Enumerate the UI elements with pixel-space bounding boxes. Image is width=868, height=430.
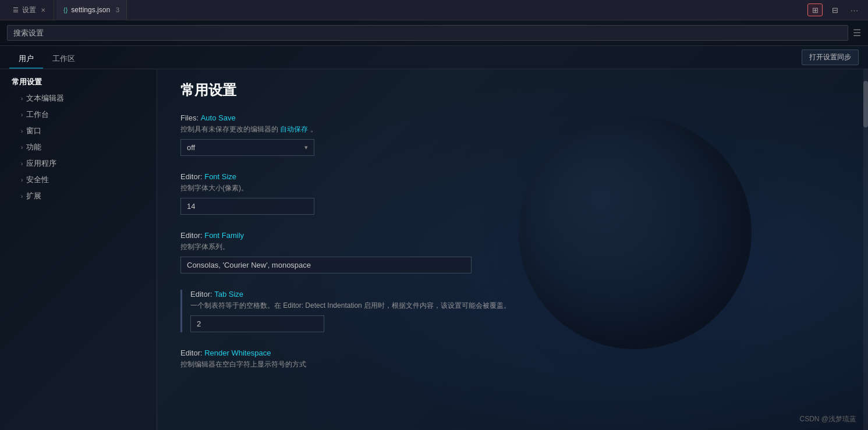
filter-icon[interactable]: ☰ [853, 27, 861, 38]
sidebar-item-workspace-label: 工作台 [26, 109, 49, 120]
more-actions-icon: ··· [851, 6, 859, 15]
setting-files-auto-save-label: Files: Auto Save [180, 113, 845, 122]
settings-tab-label: 设置 [22, 5, 36, 15]
settings-tab-icon: ☰ [13, 6, 19, 14]
chevron-right-icon: › [21, 128, 23, 134]
files-auto-save-value: off [187, 143, 195, 152]
more-actions-button[interactable]: ··· [847, 3, 862, 16]
chevron-right-icon: › [21, 95, 23, 102]
sidebar-item-features[interactable]: › 功能 [0, 139, 157, 155]
chevron-right-icon: › [21, 161, 23, 167]
search-input[interactable] [7, 25, 848, 41]
chevron-right-icon: › [21, 144, 23, 151]
tab-user-label: 用户 [19, 54, 34, 63]
json-tab-label: settings.json [71, 6, 110, 14]
setting-files-auto-save-desc: 控制具有未保存更改的编辑器的 自动保存 。 [180, 125, 845, 134]
sidebar-item-security[interactable]: › 安全性 [0, 172, 157, 188]
settings-content: 常用设置 Files: Auto Save 控制具有未保存更改的编辑器的 自动保… [157, 69, 868, 430]
chevron-right-icon: › [21, 112, 23, 118]
tab-workspace-label: 工作区 [52, 54, 75, 63]
sidebar-item-text-editor[interactable]: › 文本编辑器 [0, 90, 157, 106]
json-tab-icon: {} [63, 6, 68, 13]
sync-button-label: 打开设置同步 [809, 53, 851, 61]
sidebar-item-workspace[interactable]: › 工作台 [0, 106, 157, 123]
sidebar-item-security-label: 安全性 [26, 175, 49, 185]
settings-page-title: 常用设置 [180, 81, 845, 99]
editor-tab-size-input[interactable] [190, 315, 324, 332]
setting-editor-tab-size-label: Editor: Tab Size [190, 290, 845, 298]
setting-editor-render-whitespace: Editor: Render Whitespace 控制编辑器在空白字符上显示符… [180, 349, 845, 369]
sidebar-item-applications-label: 应用程序 [26, 158, 56, 169]
setting-editor-font-size: Editor: Font Size 控制字体大小(像素)。 [180, 172, 845, 215]
settings-tab[interactable]: ☰ 设置 ✕ [6, 0, 54, 20]
split-editor-button[interactable]: ⊟ [827, 3, 842, 16]
settings-tabs-row: 用户 工作区 打开设置同步 [0, 46, 868, 69]
setting-editor-tab-size-desc: 一个制表符等于的空格数。在 Editor: Detect Indentation… [190, 301, 845, 311]
open-settings-icon: ⊞ [812, 6, 819, 15]
sidebar-item-extensions-label: 扩展 [26, 191, 41, 201]
tab-workspace[interactable]: 工作区 [43, 50, 84, 69]
main-content: 常用设置 › 文本编辑器 › 工作台 › 窗口 › 功能 › 应用程序 [0, 69, 868, 430]
sidebar-item-text-editor-label: 文本编辑器 [26, 93, 64, 104]
settings-tabs-left: 用户 工作区 [9, 50, 84, 69]
scrollbar[interactable] [863, 69, 868, 430]
setting-editor-font-family-desc: 控制字体系列。 [180, 242, 845, 252]
chevron-right-icon: › [21, 177, 23, 183]
scrollbar-thumb[interactable] [863, 81, 868, 127]
search-bar: ☰ [0, 20, 868, 46]
files-auto-save-select[interactable]: off ▾ [180, 139, 314, 156]
json-tab[interactable]: {} settings.json 3 [56, 0, 127, 20]
sidebar-item-common[interactable]: 常用设置 [0, 74, 157, 90]
editor-font-size-input[interactable] [180, 198, 314, 215]
title-bar-right: ⊞ ⊟ ··· [807, 3, 862, 16]
tab-user[interactable]: 用户 [9, 50, 43, 69]
watermark: CSDN @浅梦琉蓝 [799, 414, 856, 424]
sidebar-item-applications[interactable]: › 应用程序 [0, 155, 157, 172]
setting-editor-tab-size: Editor: Tab Size 一个制表符等于的空格数。在 Editor: D… [180, 290, 845, 332]
title-bar-left: ☰ 设置 ✕ {} settings.json 3 [6, 0, 807, 20]
title-bar: ☰ 设置 ✕ {} settings.json 3 ⊞ ⊟ ··· [0, 0, 868, 20]
editor-font-family-input[interactable] [180, 257, 472, 273]
settings-tab-close[interactable]: ✕ [40, 6, 47, 15]
open-settings-button[interactable]: ⊞ [807, 3, 823, 16]
sync-button[interactable]: 打开设置同步 [802, 49, 859, 65]
setting-editor-font-family-label: Editor: Font Family [180, 231, 845, 240]
sidebar-item-features-label: 功能 [26, 142, 41, 152]
setting-editor-font-family: Editor: Font Family 控制字体系列。 [180, 231, 845, 273]
chevron-right-icon: › [21, 193, 23, 200]
sidebar-item-window[interactable]: › 窗口 [0, 123, 157, 139]
setting-files-auto-save: Files: Auto Save 控制具有未保存更改的编辑器的 自动保存 。 o… [180, 113, 845, 156]
sidebar-item-extensions[interactable]: › 扩展 [0, 188, 157, 204]
sidebar-item-common-label: 常用设置 [12, 77, 42, 87]
chevron-down-icon: ▾ [304, 144, 308, 151]
sidebar: 常用设置 › 文本编辑器 › 工作台 › 窗口 › 功能 › 应用程序 [0, 69, 157, 430]
sidebar-item-window-label: 窗口 [26, 126, 41, 136]
setting-editor-render-whitespace-label: Editor: Render Whitespace [180, 349, 845, 357]
setting-editor-font-size-label: Editor: Font Size [180, 172, 845, 181]
setting-editor-font-size-desc: 控制字体大小(像素)。 [180, 183, 845, 193]
setting-editor-render-whitespace-desc: 控制编辑器在空白字符上显示符号的方式 [180, 360, 845, 369]
json-tab-badge: 3 [116, 6, 119, 13]
split-editor-icon: ⊟ [832, 6, 838, 15]
